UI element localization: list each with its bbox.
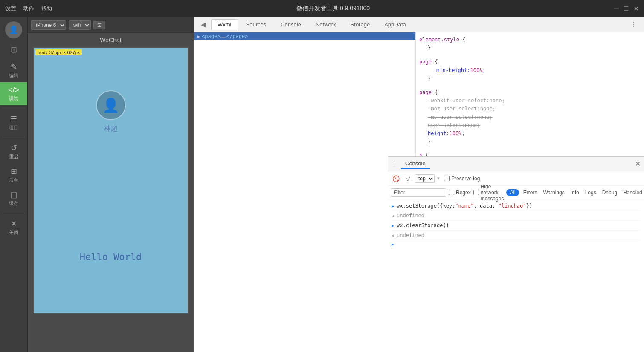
css-moz-user-select: -moz-user-select:none; [419,105,641,113]
filter-input[interactable] [391,188,446,197]
restart-icon: ↺ [11,143,17,153]
console-line-3: ▶ wx.clearStorage() [392,221,641,231]
menu-left[interactable]: 设置 动作 帮助 [5,5,52,12]
device-screen: body 375px × 627px 👤 林超 Hello World [33,47,189,314]
menu-action[interactable]: 动作 [23,5,34,12]
console-text-2: undefined [397,212,424,219]
sidebar-item-restart[interactable]: ↺ 重启 [0,140,27,163]
console-clear-button[interactable]: 🚫 [391,174,401,183]
wxml-breadcrumb-row[interactable]: ▶ <page> …… </page> [194,32,415,40]
regex-checkbox[interactable] [449,190,454,195]
css-user-select: user-select:none; [419,121,641,130]
user-name: 林超 [104,124,118,133]
sidebar-divider-3 [3,213,24,213]
hide-network-checkbox[interactable] [473,190,479,195]
console-more-icon[interactable]: ⋮ [392,160,398,168]
tab-console[interactable]: Console [274,19,307,30]
body-size-label: body 375px × 627px [35,49,82,55]
device-toolbar: iPhone 6 wifi ⊡ [28,17,194,33]
avatar[interactable]: 👤 [5,21,22,38]
backend-icon: ⊞ [11,167,17,176]
sidebar-item-project[interactable]: ☰ 项目 [0,111,27,134]
sidebar-label-restart: 重启 [9,153,18,160]
debug-icon: </> [8,86,19,95]
network-select[interactable]: wifi [69,20,91,30]
wxml-tag-close: </page> [226,33,248,39]
css-element-style-selector: element.style { [419,36,641,44]
console-line-2: ◀ undefined [392,211,641,221]
sidebar-item-backend[interactable]: ⊞ 后台 [0,163,27,187]
preserve-log-checkbox[interactable] [444,176,450,181]
inspect-button[interactable]: ⊡ [93,21,105,29]
menu-help[interactable]: 帮助 [41,5,52,12]
css-page-selector-1: page { [419,58,641,66]
devtools-panel: ◀ Wxml Sources Console Network Storage A… [194,17,644,352]
sidebar-item-close[interactable]: ✕ 关闭 [0,216,27,239]
tab-network[interactable]: Network [309,19,342,30]
filter-btn-debug[interactable]: Debug [600,189,619,196]
regex-label: Regex [456,190,471,196]
sidebar-label-debug: 调试 [9,95,18,102]
css-webkit-user-select: -webkit-user-select:none; [419,97,641,105]
console-context-select[interactable]: top [415,174,435,183]
filter-btn-handled[interactable]: Handled [621,189,644,196]
tab-sources[interactable]: Sources [240,19,273,30]
console-toolbar: 🚫 ▽ top ▾ Preserve log [388,171,644,186]
edit-icon: ✎ [11,62,17,72]
tab-storage[interactable]: Storage [344,19,377,30]
console-arrow-in-2: ▶ [392,222,394,229]
user-profile: 👤 林超 [96,90,126,133]
title-bar: 设置 动作 帮助 微信开发者工具 0.9.091800 ─ □ ✕ [0,0,644,17]
wxml-expand-arrow[interactable]: ▶ [197,34,200,39]
filter-btn-logs[interactable]: Logs [583,189,598,196]
console-tab-label[interactable]: Console [401,159,430,169]
sidebar-label-edit: 编辑 [9,72,18,79]
sidebar-label-project: 项目 [9,124,18,131]
window-controls[interactable]: ─ □ ✕ [614,5,639,13]
console-line-1: ▶ wx.setStorage({key:"name", data: "linc… [392,201,641,211]
sidebar-item-edit[interactable]: ✎ 编辑 [0,59,27,82]
sidebar-label-cache: 缓存 [9,200,18,207]
menu-settings[interactable]: 设置 [5,5,16,12]
maximize-button[interactable]: □ [624,5,628,13]
hide-network-label: Hide network messages [481,184,504,202]
device-app-title: WeChat [100,33,121,45]
sidebar-divider-2 [3,137,24,137]
filter-btn-warnings[interactable]: Warnings [541,189,566,196]
console-line-4: ◀ undefined [392,231,641,240]
regex-checkbox-row: Regex [449,190,471,196]
console-output: ▶ wx.setStorage({key:"name", data: "linc… [388,199,644,352]
app-title: 微信开发者工具 0.9.091800 [296,5,370,12]
devtools-more-button[interactable]: ⋮ [627,19,641,30]
sidebar-label-close: 关闭 [9,229,18,236]
wxml-tag-open: <page> [202,33,220,39]
hello-world-text: Hello World [80,251,142,262]
sidebar-divider-1 [3,108,24,108]
devtools-back-button[interactable]: ◀ [197,19,209,30]
filter-btn-all[interactable]: All [506,189,519,196]
console-arrow-out-2: ◀ [392,232,394,239]
close-button[interactable]: ✕ [633,5,639,13]
sidebar: 👤 ⊡ ✎ 编辑 </> 调试 ☰ 项目 ↺ 重启 ⊞ 后台 ◫ 缓存 [0,17,28,352]
console-prompt-arrow: ▶ [392,242,394,247]
tab-appdata[interactable]: AppData [378,19,412,30]
preserve-log-label: Preserve log [451,176,480,182]
devtools-tab-bar: ◀ Wxml Sources Console Network Storage A… [194,17,644,32]
sidebar-item-inspect[interactable]: ⊡ [0,42,27,59]
cache-icon: ◫ [10,190,17,199]
filter-btn-errors[interactable]: Errors [522,189,539,196]
user-avatar: 👤 [96,90,126,120]
console-text-1: wx.setStorage({key:"name", data: "lincha… [397,202,532,210]
css-page-close-1: } [419,75,641,83]
hide-network-checkbox-row: Hide network messages [473,184,504,202]
console-filter-icon-button[interactable]: ▽ [404,174,412,183]
filter-btn-info[interactable]: Info [569,189,581,196]
minimize-button[interactable]: ─ [614,5,619,13]
inspect-icon: ⊡ [11,45,17,55]
device-model-select[interactable]: iPhone 6 [31,20,66,30]
console-filter-row: Regex Hide network messages All Errors W… [388,186,644,199]
console-close-button[interactable]: ✕ [635,160,641,168]
sidebar-item-debug[interactable]: </> 调试 [0,82,27,105]
tab-wxml[interactable]: Wxml [211,19,238,30]
sidebar-item-cache[interactable]: ◫ 缓存 [0,187,27,210]
